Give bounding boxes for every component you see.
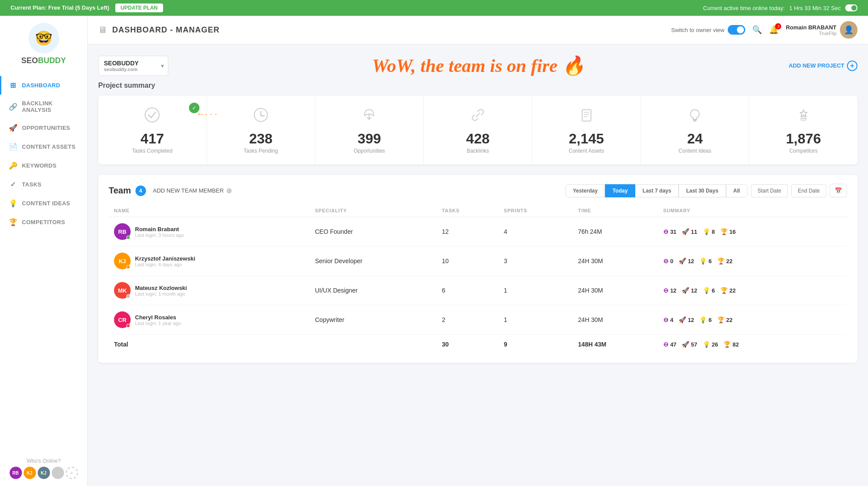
card-tasks-completed[interactable]: ✓ 417 Tasks Completed <box>98 96 207 164</box>
card-content-assets[interactable]: 2,145 Content Assets <box>532 96 641 164</box>
sum-opps: 🚀 12 <box>679 257 694 264</box>
opportunities-card-icon <box>322 106 416 127</box>
member-avatar: KJ <box>114 253 131 269</box>
team-header: Team 4 ADD NEW TEAM MEMBER ⊕ Yesterday T… <box>109 184 847 197</box>
team-title: Team 4 <box>109 186 146 196</box>
card-content-ideas[interactable]: 24 Content Ideas <box>641 96 750 164</box>
total-backlinks-val: 47 <box>670 341 676 348</box>
sidebar-item-competitors[interactable]: 🏆 COMPETITORS <box>0 213 87 232</box>
online-avatar-grey <box>52 467 64 479</box>
end-date-button[interactable]: End Date <box>791 184 826 197</box>
total-sprints: 9 <box>498 335 573 354</box>
col-tasks: TASKS <box>437 204 498 217</box>
competitors-num: 1,876 <box>756 131 850 147</box>
opps-sum-val: 12 <box>688 317 694 323</box>
project-selector[interactable]: SEOBUDDY seobuddy.com <box>98 56 168 76</box>
content-assets-card-icon <box>539 106 633 127</box>
project-url: seobuddy.com <box>104 67 154 72</box>
project-row: SEOBUDDY seobuddy.com WoW, the team is o… <box>98 55 857 76</box>
search-button[interactable]: 🔍 <box>752 25 762 35</box>
ideas-sum-icon: 💡 <box>699 316 707 323</box>
dashboard-icon: ⊞ <box>9 81 18 89</box>
active-toggle[interactable] <box>845 4 857 11</box>
content-assets-num: 2,145 <box>539 131 633 147</box>
member-name: Krzysztof Janiszewski <box>135 255 195 262</box>
member-tasks: 6 <box>437 276 498 305</box>
page-title: DASHBOARD - MANAGER <box>112 25 220 35</box>
sidebar-item-content-ideas[interactable]: 💡 CONTENT IDEAS <box>0 194 87 213</box>
opportunities-icon: 🚀 <box>9 124 18 132</box>
col-speciality: SPECIALITY <box>309 204 437 217</box>
sidebar-item-opportunities[interactable]: 🚀 OPPORTUNITIES <box>0 118 87 137</box>
sidebar-item-label: CONTENT ASSETS <box>22 143 75 150</box>
member-cell: CR Cheryl Rosales Last login: 1 year ago <box>114 311 304 328</box>
card-competitors[interactable]: 1,876 Competitors <box>749 96 857 164</box>
start-date-button[interactable]: Start Date <box>751 184 788 197</box>
backlinks-sum-icon: ⊖ <box>663 228 669 235</box>
user-subtitle: TrueFlip <box>786 31 836 36</box>
sidebar-item-content-assets[interactable]: 📄 CONTENT ASSETS <box>0 137 87 156</box>
sidebar: 🤓 SEOBUDDY ⊞ DASHBOARD 🔗 BACKLINK ANALYS… <box>0 16 88 486</box>
card-backlinks[interactable]: 428 Backlinks <box>424 96 533 164</box>
project-name: SEOBUDDY <box>104 60 154 67</box>
filter-all[interactable]: All <box>726 184 747 197</box>
notifications-button[interactable]: 🔔 3 <box>769 25 779 35</box>
sum-ideas: 💡 6 <box>703 287 715 294</box>
project-selector-wrapper[interactable]: SEOBUDDY seobuddy.com <box>98 56 168 76</box>
filter-last-7-days[interactable]: Last 7 days <box>635 184 679 197</box>
owner-view-toggle[interactable] <box>728 25 745 35</box>
keywords-icon: 🔑 <box>9 161 18 170</box>
update-plan-button[interactable]: UPDATE PLAN <box>115 4 163 12</box>
sidebar-item-tasks[interactable]: ✓ TASKS <box>0 175 87 194</box>
sum-backlinks: ⊖ 12 <box>663 287 676 294</box>
total-ideas-val: 26 <box>712 341 718 348</box>
comp-sum-val: 16 <box>729 229 736 235</box>
user-avatar: 👤 <box>840 21 857 39</box>
active-time-value: 1 Hrs 33 Min 32 Sec <box>789 5 841 11</box>
content-ideas-card-icon <box>648 106 742 127</box>
sidebar-item-label: DASHBOARD <box>22 82 60 89</box>
add-project-button[interactable]: ADD NEW PROJECT + <box>789 61 857 71</box>
add-team-member-button[interactable]: ADD NEW TEAM MEMBER ⊕ <box>153 186 232 195</box>
tasks-pending-label: Tasks Pending <box>214 148 308 154</box>
total-tasks: 30 <box>437 335 498 354</box>
online-avatars: RB KJ KJ + <box>10 467 78 479</box>
add-project-plus-icon: + <box>847 61 857 71</box>
filter-yesterday[interactable]: Yesterday <box>566 184 605 197</box>
sidebar-item-keywords[interactable]: 🔑 KEYWORDS <box>0 156 87 175</box>
plan-label: Current Plan: <box>11 4 48 11</box>
member-sprints: 3 <box>498 247 573 276</box>
header-left: 🖥 DASHBOARD - MANAGER <box>98 25 220 35</box>
logo-emoji: 🤓 <box>35 30 53 46</box>
sum-comp: 🏆 16 <box>720 228 736 235</box>
sidebar-item-dashboard[interactable]: ⊞ DASHBOARD <box>0 76 87 95</box>
member-login: Last login: 6 days ago <box>135 262 195 267</box>
opps-sum-val: 12 <box>688 258 694 264</box>
user-name: Romain BRABANT <box>786 24 836 31</box>
online-avatar-kj1: KJ <box>24 467 36 479</box>
member-speciality: Senior Developer <box>309 247 437 276</box>
online-dot <box>126 265 130 269</box>
comp-sum-icon: 🏆 <box>717 257 725 264</box>
member-time: 24H 30M <box>573 247 658 276</box>
calendar-button[interactable]: 📅 <box>830 184 847 197</box>
filter-today[interactable]: Today <box>605 184 635 197</box>
sidebar-item-backlink-analysis[interactable]: 🔗 BACKLINK ANALYSIS <box>0 95 87 118</box>
col-sprints: SPRINTS <box>498 204 573 217</box>
sidebar-item-label: COMPETITORS <box>22 219 65 225</box>
backlink-icon: 🔗 <box>9 103 18 111</box>
tasks-pending-num: 238 <box>214 131 308 147</box>
content-assets-icon: 📄 <box>9 143 18 151</box>
add-online-avatar[interactable]: + <box>66 467 78 479</box>
card-opportunities[interactable]: 399 Opportunities <box>315 96 424 164</box>
opps-sum-icon: 🚀 <box>679 316 686 323</box>
total-backlinks: ⊖ 47 <box>663 341 676 348</box>
card-tasks-pending[interactable]: 238 Tasks Pending ←· · · <box>207 96 316 164</box>
filter-last-30-days[interactable]: Last 30 Days <box>679 184 726 197</box>
switch-owner: Switch to owner view <box>671 25 745 35</box>
backlinks-sum-val: 4 <box>670 317 673 323</box>
competitors-card-icon <box>756 106 850 127</box>
comp-sum-val: 22 <box>729 287 736 294</box>
sum-opps: 🚀 12 <box>682 287 697 294</box>
online-dot <box>126 294 130 298</box>
